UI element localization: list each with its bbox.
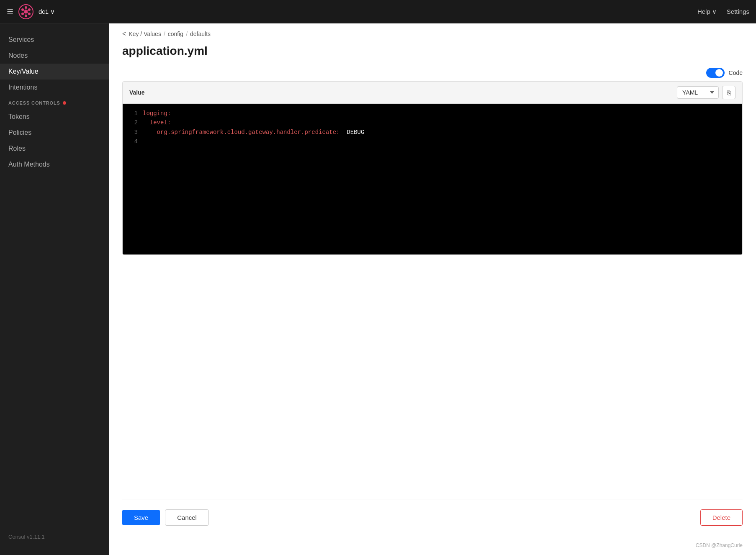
help-menu[interactable]: Help ∨ bbox=[697, 8, 717, 15]
code-toggle-row: Code bbox=[122, 68, 743, 78]
divider bbox=[122, 499, 743, 499]
cancel-button[interactable]: Cancel bbox=[165, 509, 209, 526]
sidebar-item-tokens[interactable]: Tokens bbox=[0, 109, 109, 125]
format-select[interactable]: YAML JSON HCL Base64 bbox=[677, 86, 719, 99]
main-layout: Services Nodes Key/Value Intentions ACCE… bbox=[0, 23, 756, 555]
breadcrumb: < Key / Values / config / defaults bbox=[109, 23, 756, 41]
sidebar-item-policies[interactable]: Policies bbox=[0, 125, 109, 141]
main-content: < Key / Values / config / defaults appli… bbox=[109, 23, 756, 555]
watermark-text: CSDN @ZhangCurie bbox=[696, 542, 743, 548]
copy-icon: ⎘ bbox=[727, 89, 731, 96]
consul-version: Consul v1.11.1 bbox=[8, 534, 45, 540]
sidebar-item-services[interactable]: Services bbox=[0, 32, 109, 48]
editor-section: Code Value YAML JSON HCL Base64 ⎘ bbox=[109, 68, 756, 489]
datacenter-selector[interactable]: dc1 ∨ bbox=[39, 8, 55, 15]
value-box-header: Value YAML JSON HCL Base64 ⎘ bbox=[123, 82, 742, 104]
action-row: Save Cancel Delete bbox=[109, 509, 756, 539]
datacenter-chevron: ∨ bbox=[50, 8, 55, 15]
sidebar-item-roles[interactable]: Roles bbox=[0, 141, 109, 157]
access-controls-section: ACCESS CONTROLS bbox=[0, 95, 109, 109]
copy-button[interactable]: ⎘ bbox=[722, 86, 735, 99]
sidebar-item-keyvalue[interactable]: Key/Value bbox=[0, 64, 109, 80]
logo bbox=[18, 4, 33, 19]
help-label: Help bbox=[697, 8, 710, 15]
hamburger-icon[interactable]: ☰ bbox=[7, 7, 13, 16]
delete-button[interactable]: Delete bbox=[700, 509, 743, 526]
help-chevron: ∨ bbox=[712, 8, 717, 15]
watermark: CSDN @ZhangCurie bbox=[109, 539, 756, 555]
breadcrumb-back[interactable]: < bbox=[122, 30, 126, 38]
sidebar-footer: Consul v1.11.1 bbox=[0, 527, 109, 547]
datacenter-label: dc1 bbox=[39, 8, 49, 15]
breadcrumb-config[interactable]: config bbox=[168, 31, 183, 37]
breadcrumb-defaults[interactable]: defaults bbox=[190, 31, 211, 37]
code-toggle[interactable] bbox=[706, 68, 725, 78]
breadcrumb-key-values[interactable]: Key / Values bbox=[129, 31, 161, 37]
value-label: Value bbox=[129, 89, 145, 96]
sidebar-item-auth-methods[interactable]: Auth Methods bbox=[0, 157, 109, 172]
code-content[interactable]: logging: level: org.springframework.clou… bbox=[143, 109, 742, 249]
sidebar: Services Nodes Key/Value Intentions ACCE… bbox=[0, 23, 109, 555]
code-editor[interactable]: 1 2 3 4 logging: level: org.springframew… bbox=[123, 104, 742, 254]
settings-link[interactable]: Settings bbox=[727, 8, 749, 15]
code-toggle-label: Code bbox=[729, 69, 743, 76]
value-box: Value YAML JSON HCL Base64 ⎘ bbox=[122, 81, 743, 255]
breadcrumb-sep2: / bbox=[186, 31, 188, 37]
settings-label: Settings bbox=[727, 8, 749, 15]
page-title: application.yml bbox=[109, 41, 756, 68]
navbar-left: ☰ dc1 ∨ bbox=[7, 4, 55, 19]
sidebar-item-intentions[interactable]: Intentions bbox=[0, 80, 109, 95]
save-button[interactable]: Save bbox=[122, 510, 160, 525]
breadcrumb-sep1: / bbox=[164, 31, 165, 37]
value-box-controls: YAML JSON HCL Base64 ⎘ bbox=[677, 86, 735, 99]
navbar: ☰ dc1 ∨ Hel bbox=[0, 0, 756, 23]
sidebar-item-nodes[interactable]: Nodes bbox=[0, 48, 109, 64]
access-controls-dot bbox=[63, 101, 66, 105]
line-numbers: 1 2 3 4 bbox=[123, 109, 143, 249]
navbar-right: Help ∨ Settings bbox=[697, 8, 749, 15]
